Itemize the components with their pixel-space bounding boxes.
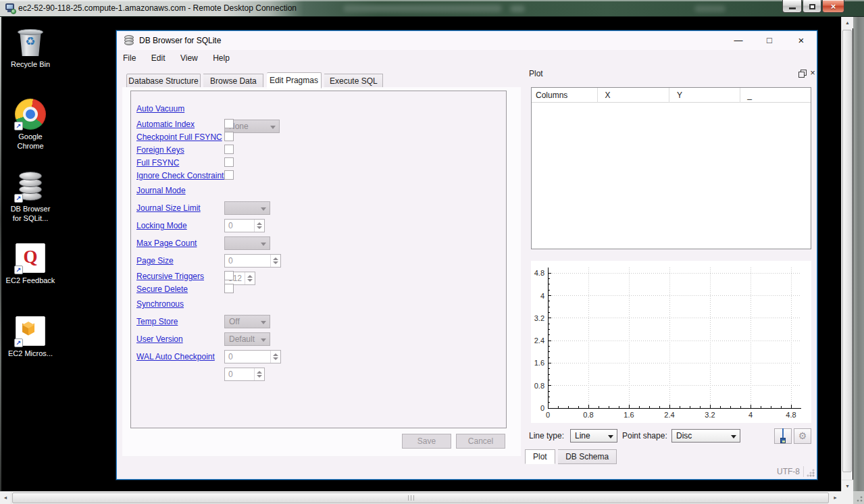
scroll-up-icon[interactable]: ▲ — [842, 17, 853, 28]
desktop-icon-db-browser[interactable]: ↗ DB Browser for SQLit... — [5, 170, 55, 223]
main-tabbar: Database Structure Browse Data Edit Prag… — [126, 72, 383, 89]
pragma-link-max-page-count[interactable]: Max Page Count — [136, 238, 197, 248]
column-header-y[interactable]: Y — [673, 88, 740, 103]
column-header-underscore[interactable]: _ — [743, 88, 819, 103]
titlebar-ghost-artifact — [510, 5, 525, 12]
line-type-select[interactable]: Line — [570, 429, 617, 443]
menubar: File Edit View Help — [117, 50, 817, 66]
dock-tab-plot[interactable]: Plot — [525, 449, 555, 464]
pragma-row: Ignore Check Constraints — [136, 168, 506, 181]
pragma-link-secure-delete[interactable]: Secure Delete — [136, 284, 188, 294]
vertical-scrollbar-thumb[interactable] — [842, 30, 852, 472]
pragma-link-checkpoint-full-fsync[interactable]: Checkpoint Full FSYNC — [136, 132, 222, 142]
resize-grip-corner[interactable] — [853, 491, 864, 504]
axis-tick-label: 3.2 — [534, 314, 544, 322]
pragma-link-wal-auto-checkpoint[interactable]: WAL Auto Checkpoint — [136, 352, 215, 361]
app-close-button[interactable]: × — [789, 31, 813, 50]
statusbar-separator — [803, 466, 804, 477]
chevron-down-icon — [731, 435, 736, 438]
pragma-link-locking-mode[interactable]: Locking Mode — [136, 221, 187, 230]
pragma-row: Recursive Triggers — [136, 269, 506, 282]
column-header-columns[interactable]: Columns — [532, 88, 598, 103]
line-type-label: Line type: — [529, 428, 564, 443]
pragma-checkbox-automatic-index[interactable] — [224, 119, 234, 128]
pragma-link-ignore-check-constraints[interactable]: Ignore Check Constraints — [136, 171, 228, 180]
pragma-link-full-fsync[interactable]: Full FSYNC — [136, 158, 179, 168]
tab-edit-pragmas[interactable]: Edit Pragmas — [267, 72, 322, 89]
dock-float-icon[interactable] — [798, 70, 807, 78]
app-maximize-button[interactable]: □ — [757, 31, 782, 50]
pragma-checkbox-full-fsync[interactable] — [224, 157, 234, 167]
rdp-close-button[interactable]: × — [822, 0, 844, 13]
pragma-link-temp-store[interactable]: Temp Store — [136, 317, 178, 326]
rdp-restore-button[interactable] — [803, 0, 821, 13]
tab-browse-data[interactable]: Browse Data — [203, 74, 263, 89]
pragma-link-recursive-triggers[interactable]: Recursive Triggers — [136, 272, 204, 281]
spin-up-icon[interactable] — [257, 371, 262, 374]
scroll-left-icon[interactable]: ◄ — [0, 492, 11, 504]
pragma-checkbox-ignore-check-constraints[interactable] — [224, 170, 234, 180]
window-resize-grip[interactable] — [807, 469, 815, 477]
pragma-checkbox-recursive-triggers[interactable] — [224, 271, 234, 280]
encoding-status: UTF-8 — [777, 464, 800, 479]
shortcut-arrow-icon: ↗ — [14, 338, 23, 347]
axis-tick-label: 4 — [540, 292, 544, 300]
save-plot-image-button[interactable] — [774, 428, 792, 444]
point-shape-value: Disc — [676, 431, 692, 440]
shortcut-arrow-icon: ↗ — [14, 122, 23, 130]
pragma-form: Auto VacuumNoneAutomatic IndexCheckpoint… — [130, 91, 507, 428]
shortcut-arrow-icon: ↗ — [14, 194, 23, 203]
scroll-right-icon[interactable]: ► — [830, 492, 841, 504]
tab-execute-sql[interactable]: Execute SQL — [324, 74, 383, 89]
pragma-link-synchronous[interactable]: Synchronous — [136, 299, 184, 309]
pragma-link-journal-mode[interactable]: Journal Mode — [136, 186, 186, 195]
dock-tabbar: Plot DB Schema — [525, 449, 617, 464]
pragma-link-auto-vacuum[interactable]: Auto Vacuum — [136, 104, 184, 114]
vertical-scrollbar[interactable]: ▲ ▼ — [841, 17, 853, 491]
pragma-checkbox-secure-delete[interactable] — [224, 284, 234, 293]
desktop-icon-ec2-microsoft[interactable]: ↗ EC2 Micros... — [5, 315, 55, 358]
save-button[interactable]: Save — [402, 434, 451, 449]
pragma-link-user-version[interactable]: User Version — [136, 334, 183, 344]
app-minimize-button[interactable]: — — [726, 31, 751, 50]
rdp-minimize-button[interactable] — [782, 0, 802, 13]
pragma-row: Temp StoreDefault — [136, 312, 506, 330]
pragma-row: Journal Mode — [136, 181, 506, 199]
trash-lid-icon — [18, 29, 43, 35]
spin-buttons[interactable] — [254, 368, 264, 380]
pragma-checkbox-checkpoint-full-fsync[interactable] — [224, 132, 234, 141]
save-plot-image-icon — [782, 428, 784, 441]
db-browser-window: DB Browser for SQLite — □ × File Edit Vi… — [116, 30, 817, 480]
desktop-icon-ec2-feedback[interactable]: Q ↗ EC2 Feedback — [5, 242, 55, 285]
tab-database-structure[interactable]: Database Structure — [126, 74, 201, 89]
pragma-checkbox-foreign-keys[interactable] — [224, 145, 234, 154]
plot-settings-button[interactable]: ⚙ — [794, 428, 811, 444]
pragma-row: Full FSYNC — [136, 155, 506, 168]
scroll-down-icon[interactable]: ▼ — [842, 480, 853, 491]
menu-view[interactable]: View — [174, 50, 204, 66]
ec2-feedback-icon: Q ↗ — [14, 242, 47, 274]
desktop-icon-recycle-bin[interactable]: ♻ Recycle Bin — [5, 26, 55, 69]
point-shape-select[interactable]: Disc — [671, 429, 740, 443]
menu-file[interactable]: File — [117, 50, 142, 66]
menu-edit[interactable]: Edit — [145, 50, 172, 66]
dock-close-icon[interactable]: × — [808, 66, 817, 80]
plot-columns-table: Columns X Y _ — [531, 87, 811, 249]
menu-help[interactable]: Help — [207, 50, 236, 66]
horizontal-scrollbar-thumb[interactable] — [12, 493, 829, 503]
pragma-link-journal-size-limit[interactable]: Journal Size Limit — [136, 203, 201, 213]
dock-tab-db-schema[interactable]: DB Schema — [558, 449, 617, 464]
pragma-link-foreign-keys[interactable]: Foreign Keys — [136, 145, 184, 155]
axis-tick-label: 4.8 — [534, 269, 544, 277]
desktop-icon-google-chrome[interactable]: ↗ Google Chrome — [5, 98, 55, 151]
axis-tick-label: 0.8 — [534, 382, 544, 390]
column-header-x[interactable]: X — [601, 88, 669, 103]
rdp-titlebar: ec2-52-90-118-25.compute-1.amazonaws.com… — [0, 0, 864, 17]
cancel-button[interactable]: Cancel — [456, 434, 505, 449]
pragma-link-automatic-index[interactable]: Automatic Index — [136, 120, 195, 129]
pragma-spinbox-wal-auto-checkpoint[interactable]: 0 — [224, 368, 265, 381]
pragma-link-page-size[interactable]: Page Size — [136, 256, 174, 266]
spin-down-icon[interactable] — [257, 375, 262, 378]
horizontal-scrollbar[interactable]: ◄ ► — [0, 491, 841, 504]
plot-controls: Line type: Line Point shape: Disc ⚙ — [528, 428, 818, 445]
